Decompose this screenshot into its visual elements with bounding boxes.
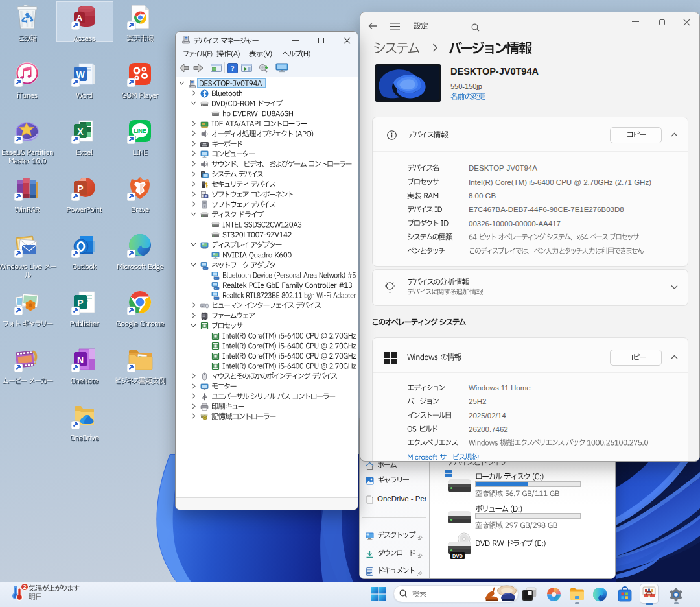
svg-text:P: P bbox=[77, 298, 83, 308]
svg-text:P: P bbox=[77, 184, 83, 194]
svg-text:X: X bbox=[77, 126, 84, 137]
svg-text:?: ? bbox=[231, 64, 235, 72]
svg-text:W: W bbox=[76, 69, 85, 80]
svg-text:LINE: LINE bbox=[134, 128, 146, 134]
svg-text:DVD: DVD bbox=[452, 553, 463, 559]
svg-text:N: N bbox=[77, 355, 84, 365]
